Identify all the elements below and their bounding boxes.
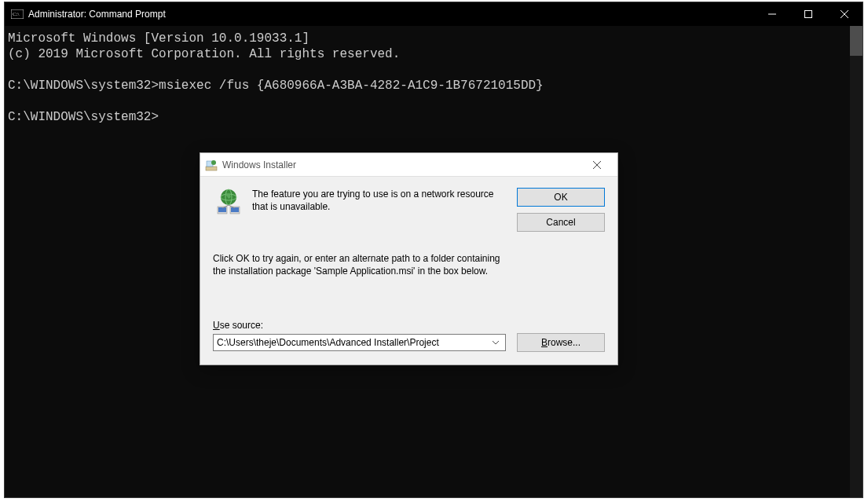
maximize-button[interactable]: [790, 2, 826, 26]
cmd-line: (c) 2019 Microsoft Corporation. All righ…: [8, 47, 400, 61]
dialog-titlebar[interactable]: Windows Installer: [200, 153, 617, 177]
cmd-line: C:\WINDOWS\system32>msiexec /fus {A68096…: [8, 79, 544, 93]
command-prompt-icon: C:\: [11, 9, 24, 19]
dialog-title: Windows Installer: [222, 159, 581, 170]
command-prompt-title: Administrator: Command Prompt: [28, 9, 754, 20]
dialog-message: The feature you are trying to use is on …: [252, 188, 509, 232]
svg-rect-6: [206, 167, 217, 170]
svg-rect-3: [805, 11, 812, 18]
windows-installer-dialog: Windows Installer The fe: [200, 152, 618, 365]
browse-button[interactable]: Browse...: [517, 333, 605, 352]
dialog-close-button[interactable]: [581, 154, 613, 176]
network-globe-icon: [213, 188, 244, 232]
use-source-label: Use source:: [213, 320, 605, 331]
svg-point-8: [211, 160, 216, 165]
cmd-line: Microsoft Windows [Version 10.0.19033.1]: [8, 31, 309, 46]
svg-text:C:\: C:\: [13, 11, 20, 17]
source-path-combobox[interactable]: C:\Users\theje\Documents\Advanced Instal…: [213, 334, 506, 351]
scrollbar[interactable]: [850, 26, 863, 497]
close-button[interactable]: [826, 2, 863, 26]
cancel-button[interactable]: Cancel: [517, 213, 605, 232]
chevron-down-icon: [489, 341, 502, 345]
command-prompt-titlebar[interactable]: C:\ Administrator: Command Prompt: [5, 2, 863, 26]
installer-icon: [205, 159, 218, 171]
minimize-button[interactable]: [754, 2, 790, 26]
ok-button[interactable]: OK: [517, 188, 605, 207]
scrollbar-thumb[interactable]: [850, 26, 863, 56]
cmd-line: C:\WINDOWS\system32>: [8, 110, 159, 124]
source-path-value: C:\Users\theje\Documents\Advanced Instal…: [217, 337, 489, 348]
dialog-instruction: Click OK to try again, or enter an alter…: [213, 252, 504, 277]
